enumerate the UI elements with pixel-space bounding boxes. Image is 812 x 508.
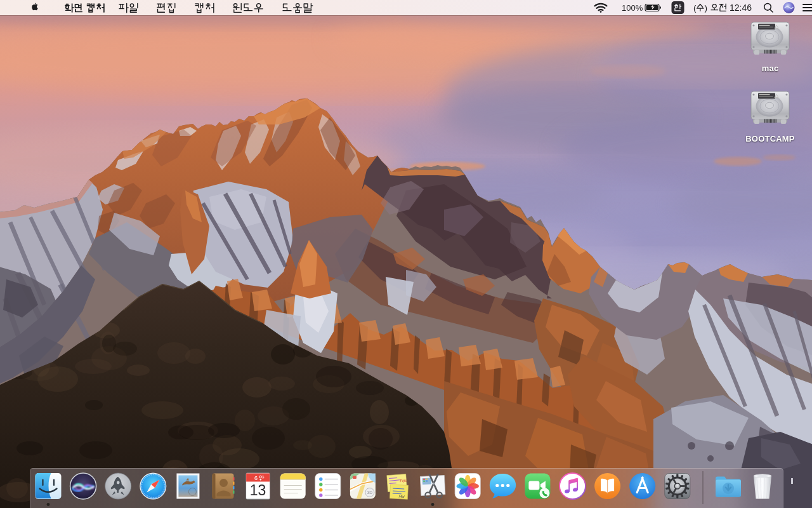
svg-text:12:46: 12:46 bbox=[730, 3, 752, 13]
svg-text:3D: 3D bbox=[367, 490, 373, 495]
svg-text:): ) bbox=[705, 3, 708, 13]
svg-text:100%: 100% bbox=[622, 3, 643, 13]
svg-text:Mid: Mid bbox=[398, 495, 405, 499]
svg-text:(: ( bbox=[693, 3, 697, 13]
svg-text:6: 6 bbox=[254, 475, 258, 481]
svg-text:13: 13 bbox=[250, 482, 266, 498]
svg-text:Fijis: Fijis bbox=[400, 479, 407, 483]
